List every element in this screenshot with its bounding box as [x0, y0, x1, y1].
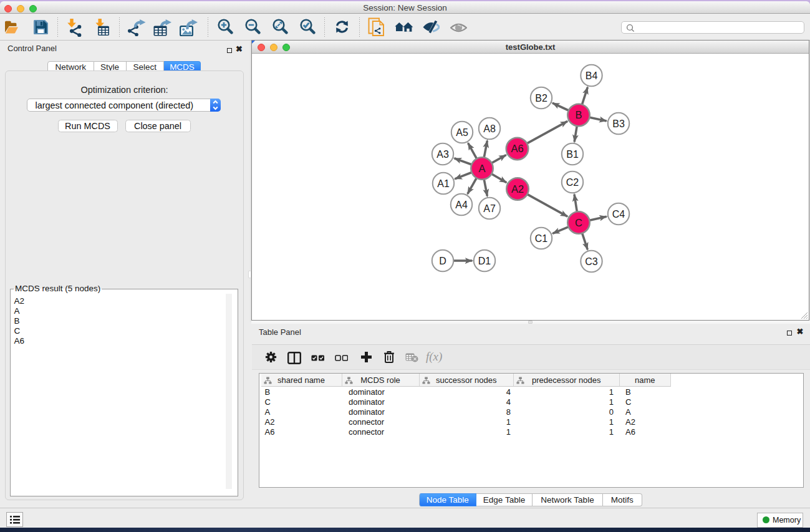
- svg-text:B3: B3: [612, 118, 625, 128]
- svg-text:C1: C1: [535, 233, 548, 243]
- svg-text:A2: A2: [511, 183, 524, 194]
- svg-text:C3: C3: [585, 256, 598, 266]
- svg-text:A8: A8: [483, 123, 496, 133]
- svg-text:B2: B2: [535, 92, 547, 103]
- svg-text:C: C: [575, 216, 582, 228]
- svg-text:A5: A5: [456, 127, 468, 137]
- svg-text:A3: A3: [436, 148, 449, 159]
- svg-text:A: A: [478, 162, 485, 173]
- svg-text:A6: A6: [511, 143, 523, 154]
- svg-text:D1: D1: [478, 255, 491, 266]
- svg-text:B1: B1: [566, 148, 579, 159]
- svg-text:C4: C4: [612, 208, 625, 219]
- svg-text:B: B: [575, 109, 582, 120]
- svg-text:A1: A1: [437, 178, 450, 188]
- svg-text:A7: A7: [483, 203, 496, 213]
- svg-text:C2: C2: [566, 177, 579, 187]
- svg-text:B4: B4: [586, 70, 598, 80]
- svg-text:D: D: [439, 255, 446, 266]
- svg-text:A4: A4: [455, 199, 468, 210]
